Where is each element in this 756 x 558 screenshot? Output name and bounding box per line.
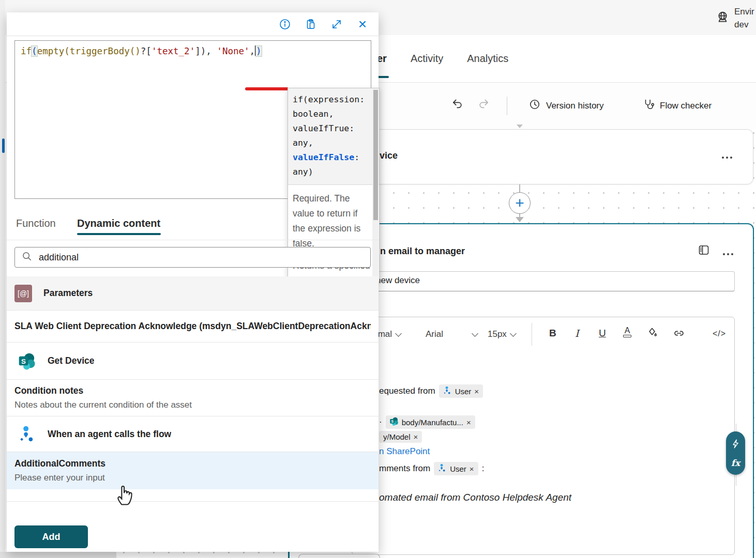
list-divider bbox=[7, 501, 379, 502]
svg-text:S: S bbox=[391, 420, 394, 423]
font-color-button[interactable]: A bbox=[623, 326, 631, 337]
left-rail bbox=[0, 0, 5, 558]
nav-tab-activity[interactable]: Activity bbox=[410, 53, 444, 65]
dynamic-content-pill[interactable]: User× bbox=[439, 384, 483, 398]
email-body-line: y/Model× bbox=[379, 431, 422, 443]
bottom-rail bbox=[0, 552, 116, 558]
dialog-tab-bar: Function Dynamic content bbox=[7, 209, 379, 240]
agent-icon bbox=[19, 425, 36, 443]
sharepoint-icon: S bbox=[19, 352, 36, 370]
email-body-line: equested from User× bbox=[379, 384, 483, 398]
email-body-line: omated email from Contoso Helpdesk Agent bbox=[379, 492, 571, 503]
code-view-button[interactable]: </> bbox=[713, 329, 726, 338]
list-item-additionalcomments[interactable]: AdditionalComments Please enter your inp… bbox=[7, 452, 379, 489]
email-subject-value: new device bbox=[376, 275, 420, 286]
italic-button[interactable]: I bbox=[575, 328, 579, 339]
tooltip-scrollbar[interactable] bbox=[372, 89, 379, 282]
function-signature: if(expression:boolean,valueIfTrue:any,va… bbox=[288, 88, 379, 185]
chevron-down-icon bbox=[472, 330, 478, 337]
dynamic-content-fx-flyout[interactable]: fx bbox=[726, 431, 745, 475]
email-body-line: n SharePoint bbox=[379, 446, 430, 457]
remove-pill-icon[interactable]: × bbox=[470, 465, 474, 473]
search-input[interactable] bbox=[39, 252, 364, 263]
environment-value: dev bbox=[734, 20, 748, 29]
remove-pill-icon[interactable]: × bbox=[466, 419, 471, 426]
svg-text:S: S bbox=[21, 357, 26, 365]
lightning-bolt-icon[interactable] bbox=[731, 438, 741, 452]
environment-label: Envir bbox=[734, 7, 754, 17]
search-icon bbox=[21, 251, 33, 264]
expression-editor-dialog: × if(empty(triggerBody()?['text_2']), 'N… bbox=[7, 12, 379, 552]
chevron-down-icon bbox=[395, 330, 402, 337]
tab-dynamic-content[interactable]: Dynamic content bbox=[77, 218, 160, 229]
close-icon[interactable]: × bbox=[356, 18, 369, 31]
email-body-line: · Sbody/Manufactu...× bbox=[379, 415, 475, 429]
bold-button[interactable]: B bbox=[549, 328, 556, 339]
flow-connector-selected bbox=[288, 552, 290, 558]
sharepoint-icon: S bbox=[390, 417, 399, 427]
dynamic-content-pill[interactable]: Sbody/Manufactu...× bbox=[386, 415, 475, 429]
undo-button[interactable] bbox=[451, 97, 464, 111]
paste-icon[interactable] bbox=[304, 18, 317, 31]
environment-picker[interactable]: Envir dev bbox=[716, 5, 756, 32]
list-item-parameters[interactable]: [@] Parameters bbox=[7, 276, 379, 311]
paragraph-style-dropdown[interactable]: rmal bbox=[375, 329, 401, 339]
parameters-icon: [@] bbox=[14, 285, 32, 302]
globe-icon bbox=[716, 10, 730, 26]
list-item-when-an-agent-calls-the-flow[interactable]: When an agent calls the flow bbox=[7, 416, 379, 452]
flow-checker-label: Flow checker bbox=[660, 101, 712, 111]
collapse-caret-icon bbox=[517, 125, 523, 128]
font-value: Arial bbox=[426, 329, 443, 339]
left-rail-selection-indicator bbox=[2, 138, 5, 153]
add-button[interactable]: Add bbox=[14, 525, 88, 548]
underline-button[interactable]: U bbox=[599, 328, 606, 339]
card-menu-button[interactable] bbox=[723, 249, 733, 259]
test-button[interactable] bbox=[754, 97, 756, 111]
card-title: vice bbox=[380, 150, 398, 161]
list-item-sla-web-client-deprecation-ack[interactable]: SLA Web Client Deprecation Acknowledge (… bbox=[7, 311, 379, 343]
list-item-condition-notes[interactable]: Condition notes Notes about the current … bbox=[7, 380, 379, 416]
agent-icon bbox=[443, 386, 452, 396]
expression-code: if(empty(triggerBody()?['text_2']), 'Non… bbox=[21, 45, 262, 56]
card-menu-button[interactable] bbox=[722, 152, 732, 163]
dynamic-content-pill[interactable]: User× bbox=[434, 462, 478, 475]
font-family-dropdown[interactable]: Arial bbox=[426, 329, 477, 339]
expression-input[interactable]: if(empty(triggerBody()?['text_2']), 'Non… bbox=[14, 40, 371, 199]
error-underline bbox=[245, 87, 289, 90]
redo-button[interactable] bbox=[477, 97, 490, 111]
active-tab-indicator bbox=[77, 233, 161, 235]
list-item-get-device[interactable]: S Get Device bbox=[7, 343, 379, 380]
card-title: n email to manager bbox=[380, 246, 465, 257]
dynamic-content-pill[interactable]: y/Model× bbox=[379, 431, 422, 443]
fx-expression-icon[interactable]: fx bbox=[731, 458, 740, 468]
insert-step-button[interactable]: + bbox=[509, 192, 531, 214]
dialog-icon-bar: × bbox=[7, 12, 379, 36]
expand-icon[interactable] bbox=[330, 18, 343, 31]
open-side-panel-button[interactable] bbox=[698, 244, 710, 258]
tab-function[interactable]: Function bbox=[16, 218, 56, 229]
dynamic-content-search[interactable] bbox=[14, 247, 371, 268]
toolbar-divider bbox=[532, 323, 532, 346]
remove-pill-icon[interactable]: × bbox=[414, 433, 418, 441]
insert-link-button[interactable] bbox=[672, 327, 686, 343]
size-value: 15px bbox=[488, 329, 507, 339]
highlight-color-button[interactable] bbox=[646, 327, 659, 342]
toolbar-divider bbox=[507, 97, 507, 115]
version-history-button[interactable]: Version history bbox=[528, 98, 604, 113]
font-size-dropdown[interactable]: 15px bbox=[488, 329, 516, 339]
history-clock-icon bbox=[528, 98, 541, 113]
next-card-edge bbox=[298, 554, 380, 558]
stethoscope-icon bbox=[642, 98, 655, 113]
nav-tab-analytics[interactable]: Analytics bbox=[466, 53, 509, 65]
flow-checker-button[interactable]: Flow checker bbox=[642, 98, 712, 113]
sharepoint-link[interactable]: n SharePoint bbox=[379, 446, 430, 457]
info-icon[interactable] bbox=[278, 18, 292, 31]
remove-pill-icon[interactable]: × bbox=[474, 388, 479, 395]
agent-icon bbox=[438, 463, 447, 474]
flow-connector-arrow bbox=[516, 217, 524, 222]
email-body-line: mments from User× : bbox=[379, 462, 484, 475]
version-history-label: Version history bbox=[546, 101, 604, 111]
chevron-down-icon bbox=[510, 330, 517, 337]
